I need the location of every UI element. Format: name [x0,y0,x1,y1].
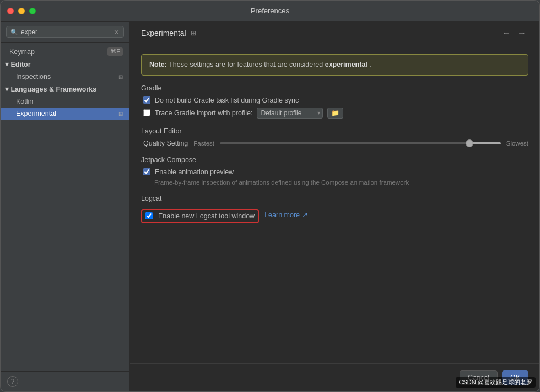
preferences-window: Preferences 🔍 ✕ Keymap ⌘F ▾ Editor [0,0,540,392]
titlebar: Preferences [1,1,539,22]
window-title: Preferences [251,7,289,15]
gradle-setting-row-1: Do not build Gradle task list during Gra… [141,96,528,104]
note-prefix: Note: [149,61,167,68]
window-controls [7,8,36,14]
sidebar-item-experimental[interactable]: Experimental ⊞ [1,108,129,120]
search-container: 🔍 ✕ [1,22,129,43]
sidebar-item-label: Experimental [16,110,56,117]
animation-preview-row: Enable animation preview [141,168,528,176]
search-input[interactable] [21,28,111,36]
keymap-shortcut: ⌘F [107,47,123,56]
animation-preview-desc: Frame-by-frame inspection of animations … [141,179,528,186]
sidebar-item-label: Kotlin [16,98,33,105]
main-panel: Experimental ⊞ ← → Note: These settings … [130,22,539,391]
cancel-button[interactable]: Cancel [460,370,498,385]
sidebar-nav: Keymap ⌘F ▾ Editor Inspections ⊞ ▾ Langu… [1,43,129,371]
gradle-section-title: Gradle [141,84,528,92]
ok-button[interactable]: OK [502,370,528,385]
trace-gradle-row: Trace Gradle import with profile: Defaul… [141,108,528,119]
trace-profile-select-wrapper: Default profile Custom profile [257,108,323,119]
nav-back-button[interactable]: ← [500,27,513,39]
panel-badge-icon: ⊞ [191,29,196,37]
close-button[interactable] [7,8,14,14]
sidebar-bottom: ? [1,371,129,391]
logcat-highlight-box: Enable new Logcat tool window [141,209,259,223]
search-icon: 🔍 [10,29,18,36]
quality-slowest-label: Slowest [506,140,528,147]
jetpack-compose-title: Jetpack Compose [141,156,528,164]
quality-setting-row: Quality Setting Fastest Slowest [141,139,528,147]
animation-preview-label: Enable animation preview [155,168,234,176]
gradle-section: Gradle Do not build Gradle task list dur… [141,84,528,119]
nav-forward-button[interactable]: → [515,27,528,39]
enable-logcat-checkbox[interactable] [145,212,153,219]
sidebar-item-label: Inspections [16,73,51,80]
sidebar-item-label: Languages & Frameworks [10,85,96,93]
note-suffix: . [369,61,371,68]
minimize-button[interactable] [18,8,25,14]
sidebar-item-label: Editor [10,61,30,68]
trace-gradle-checkbox[interactable] [143,109,150,116]
learn-more-link[interactable]: Learn more ↗ [264,211,307,219]
logcat-section: Logcat Enable new Logcat tool window Lea… [141,195,528,223]
quality-fastest-label: Fastest [193,140,214,147]
panel-header: Experimental ⊞ ← → [130,22,539,45]
panel-body: Note: These settings are for features th… [130,45,539,363]
layout-editor-title: Layout Editor [141,127,528,135]
panel-title-row: Experimental ⊞ [141,29,196,37]
trace-gradle-label: Trace Gradle import with profile: [155,109,252,117]
maximize-button[interactable] [29,8,36,14]
main-content: 🔍 ✕ Keymap ⌘F ▾ Editor Inspections [1,22,539,391]
no-build-gradle-checkbox[interactable] [143,96,150,104]
inspections-icon: ⊞ [118,74,123,80]
sidebar-item-inspections[interactable]: Inspections ⊞ [1,71,129,83]
enable-logcat-label: Enable new Logcat tool window [158,212,255,220]
quality-slider-container [220,142,501,144]
nav-arrows: ← → [500,27,528,39]
sidebar-item-editor[interactable]: ▾ Editor [1,58,129,71]
jetpack-compose-section: Jetpack Compose Enable animation preview… [141,156,528,186]
note-text: These settings are for features that are… [169,61,325,68]
sidebar-item-keymap[interactable]: Keymap ⌘F [1,45,129,58]
logcat-row-container: Enable new Logcat tool window Learn more… [141,207,528,223]
animation-preview-checkbox[interactable] [143,168,150,175]
trace-folder-button[interactable]: 📁 [327,108,343,119]
note-bold: experimental [325,61,368,68]
panel-footer: Cancel OK [130,363,539,391]
layout-editor-section: Layout Editor Quality Setting Fastest Sl… [141,127,528,147]
quality-setting-label: Quality Setting [143,139,188,147]
search-clear-icon[interactable]: ✕ [114,29,120,36]
sidebar-item-label: Keymap [9,48,35,56]
panel-title: Experimental [141,29,186,37]
help-button[interactable]: ? [7,376,18,387]
note-banner: Note: These settings are for features th… [141,54,528,76]
sidebar-item-kotlin[interactable]: Kotlin [1,95,129,108]
sidebar-item-languages[interactable]: ▾ Languages & Frameworks [1,83,129,95]
experimental-icon: ⊞ [118,111,123,117]
search-box: 🔍 ✕ [6,26,124,38]
no-build-gradle-label: Do not build Gradle task list during Gra… [155,96,299,104]
logcat-section-title: Logcat [141,195,528,202]
trace-profile-select[interactable]: Default profile Custom profile [257,108,323,119]
sidebar: 🔍 ✕ Keymap ⌘F ▾ Editor Inspections [1,22,130,391]
quality-slider[interactable] [220,142,501,144]
